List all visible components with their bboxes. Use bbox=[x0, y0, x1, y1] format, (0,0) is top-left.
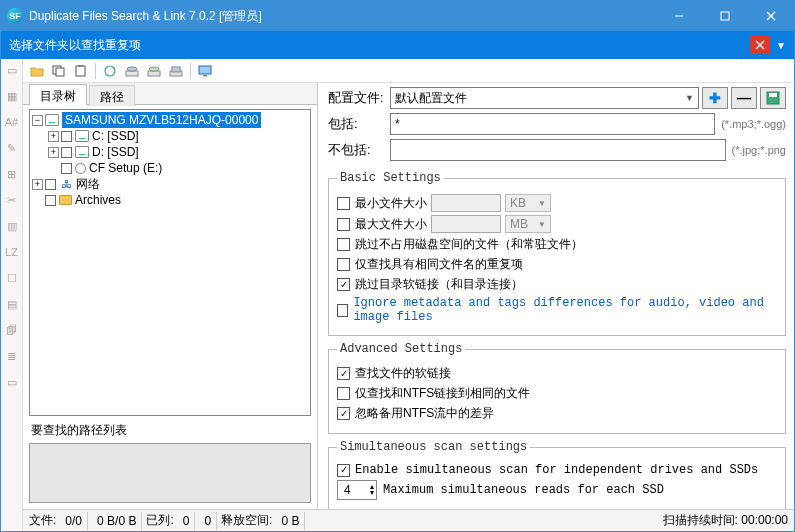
profile-remove-button[interactable]: — bbox=[731, 87, 757, 109]
svg-rect-9 bbox=[78, 65, 83, 67]
same-ntfs-checkbox[interactable] bbox=[337, 387, 350, 400]
main-area: 目录树 路径 − SAMSUNG MZVLB512HAJQ-00000 + bbox=[23, 59, 794, 531]
include-label: 包括: bbox=[328, 115, 390, 133]
close-button[interactable] bbox=[748, 1, 794, 31]
ignore-backup-checkbox[interactable] bbox=[337, 407, 350, 420]
svg-point-14 bbox=[149, 67, 159, 71]
max-size-label: 最大文件大小 bbox=[355, 216, 427, 233]
tree-row-c[interactable]: + C: [SSD] bbox=[30, 128, 310, 144]
tab-tree[interactable]: 目录树 bbox=[29, 84, 87, 105]
rail-icon-lz[interactable]: LZ bbox=[5, 245, 19, 259]
rail-icon-1[interactable]: ▭ bbox=[5, 63, 19, 77]
same-name-checkbox[interactable] bbox=[337, 258, 350, 271]
maximize-button[interactable] bbox=[702, 1, 748, 31]
rail-icon-4[interactable]: ✎ bbox=[5, 141, 19, 155]
rail-icon-12[interactable]: ▭ bbox=[5, 375, 19, 389]
rail-icon-7[interactable]: ▥ bbox=[5, 219, 19, 233]
panel-dropdown-icon[interactable]: ▼ bbox=[776, 40, 786, 51]
tree-row-d[interactable]: + D: [SSD] bbox=[30, 144, 310, 160]
status-free-val: 0 B bbox=[276, 512, 305, 530]
tb-copy-icon[interactable] bbox=[49, 61, 69, 81]
drive-icon bbox=[75, 146, 89, 158]
app-window: SF Duplicate Files Search & Link 7.0.2 [… bbox=[0, 0, 795, 532]
rail-icon-11[interactable]: ≣ bbox=[5, 349, 19, 363]
expand-icon[interactable]: + bbox=[32, 179, 43, 190]
basic-legend: Basic Settings bbox=[337, 171, 444, 185]
checkbox[interactable] bbox=[45, 179, 56, 190]
min-size-checkbox[interactable] bbox=[337, 197, 350, 210]
exclude-hint: (*.jpg;*.png bbox=[732, 144, 786, 156]
checkbox[interactable] bbox=[61, 131, 72, 142]
rail-icon-6[interactable]: ✂ bbox=[5, 193, 19, 207]
exclude-input[interactable] bbox=[390, 139, 726, 161]
chevron-down-icon: ▼ bbox=[685, 93, 694, 103]
tb-open-icon[interactable] bbox=[27, 61, 47, 81]
status-listed-n: 0 bbox=[178, 512, 196, 530]
rail-icon-2[interactable]: ▦ bbox=[5, 89, 19, 103]
rail-icon-3[interactable]: A# bbox=[5, 115, 19, 129]
directory-tree[interactable]: − SAMSUNG MZVLB512HAJQ-00000 + C: [SSD] … bbox=[29, 109, 311, 416]
checkbox[interactable] bbox=[61, 163, 72, 174]
app-icon: SF bbox=[7, 8, 23, 24]
tree-label-c: C: [SSD] bbox=[92, 128, 139, 144]
tree-row-e[interactable]: CF Setup (E:) bbox=[30, 160, 310, 176]
max-size-input[interactable] bbox=[431, 215, 501, 233]
skip-zero-label: 跳过不占用磁盘空间的文件（和常驻文件） bbox=[355, 236, 583, 253]
checkbox[interactable] bbox=[45, 195, 56, 206]
sim-count-spinner[interactable]: 4▴▾ bbox=[337, 480, 377, 500]
find-soft-label: 查找文件的软链接 bbox=[355, 365, 451, 382]
tb-paste-icon[interactable] bbox=[71, 61, 91, 81]
include-hint: (*.mp3;*.ogg) bbox=[721, 118, 786, 130]
rail-icon-5[interactable]: ⊞ bbox=[5, 167, 19, 181]
include-input[interactable] bbox=[390, 113, 715, 135]
advanced-legend: Advanced Settings bbox=[337, 342, 465, 356]
status-listed-label: 已列: bbox=[146, 512, 173, 529]
min-size-input[interactable] bbox=[431, 194, 501, 212]
profile-save-button[interactable] bbox=[760, 87, 786, 109]
tb-disk2-icon[interactable] bbox=[144, 61, 164, 81]
skip-symlink-checkbox[interactable] bbox=[337, 278, 350, 291]
svg-point-10 bbox=[105, 66, 115, 76]
svg-rect-7 bbox=[56, 68, 64, 76]
ignore-meta-label: Ignore metadata and tags differences for… bbox=[353, 296, 777, 324]
tree-collapse-icon[interactable]: − bbox=[32, 115, 43, 126]
ignore-backup-label: 忽略备用NTFS流中的差异 bbox=[355, 405, 494, 422]
panel-close-button[interactable] bbox=[750, 36, 770, 54]
svg-point-12 bbox=[127, 67, 137, 71]
tb-disk1-icon[interactable] bbox=[122, 61, 142, 81]
max-size-unit[interactable]: MB▼ bbox=[505, 215, 551, 233]
tb-disk3-icon[interactable] bbox=[166, 61, 186, 81]
titlebar: SF Duplicate Files Search & Link 7.0.2 [… bbox=[1, 1, 794, 31]
path-list-box[interactable] bbox=[29, 443, 311, 503]
tree-root-label: SAMSUNG MZVLB512HAJQ-00000 bbox=[62, 112, 261, 128]
svg-rect-16 bbox=[172, 67, 180, 72]
skip-symlink-label: 跳过目录软链接（和目录连接） bbox=[355, 276, 523, 293]
profile-add-button[interactable]: ✚ bbox=[702, 87, 728, 109]
tree-row-net[interactable]: + 🖧 网络 bbox=[30, 176, 310, 192]
expand-icon[interactable]: + bbox=[48, 131, 59, 142]
max-size-checkbox[interactable] bbox=[337, 218, 350, 231]
rail-icon-10[interactable]: 🗐 bbox=[5, 323, 19, 337]
body-row: 目录树 路径 − SAMSUNG MZVLB512HAJQ-00000 + bbox=[23, 83, 794, 509]
tb-refresh-icon[interactable] bbox=[100, 61, 120, 81]
expand-icon[interactable]: + bbox=[48, 147, 59, 158]
find-soft-checkbox[interactable] bbox=[337, 367, 350, 380]
right-pane: 配置文件: 默认配置文件 ▼ ✚ — 包括: (*.mp3;*.ogg) bbox=[318, 83, 794, 509]
left-rail: ▭ ▦ A# ✎ ⊞ ✂ ▥ LZ ☐ ▤ 🗐 ≣ ▭ bbox=[1, 59, 23, 531]
status-scan-time: 扫描持续时间: 00:00:00 bbox=[663, 512, 788, 529]
rail-icon-8[interactable]: ☐ bbox=[5, 271, 19, 285]
drive-icon bbox=[75, 130, 89, 142]
ignore-meta-checkbox[interactable] bbox=[337, 304, 348, 317]
tb-monitor-icon[interactable] bbox=[195, 61, 215, 81]
skip-zero-checkbox[interactable] bbox=[337, 238, 350, 251]
checkbox[interactable] bbox=[61, 147, 72, 158]
profile-combo[interactable]: 默认配置文件 ▼ bbox=[390, 87, 699, 109]
tree-row-arc[interactable]: Archives bbox=[30, 192, 310, 208]
rail-icon-9[interactable]: ▤ bbox=[5, 297, 19, 311]
minimize-button[interactable] bbox=[656, 1, 702, 31]
sim-enable-checkbox[interactable] bbox=[337, 464, 350, 477]
tree-root-row[interactable]: − SAMSUNG MZVLB512HAJQ-00000 bbox=[30, 112, 310, 128]
min-size-unit[interactable]: KB▼ bbox=[505, 194, 551, 212]
tab-path[interactable]: 路径 bbox=[89, 85, 135, 106]
svg-rect-20 bbox=[769, 93, 777, 97]
